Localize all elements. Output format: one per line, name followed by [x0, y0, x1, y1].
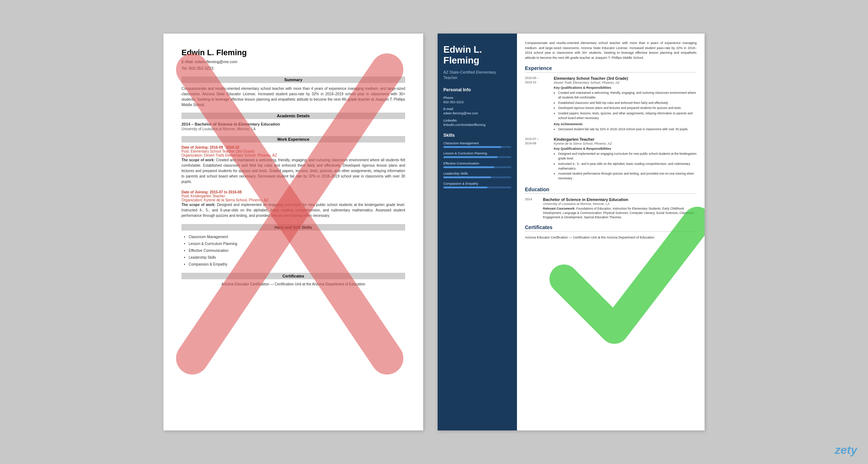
edu-year: 2014 [525, 197, 539, 220]
work-org-1: Organization: Desert Trails Elementary S… [181, 153, 405, 157]
skills-list: Classroom Management Lesson & Curriculum… [181, 233, 405, 268]
education-degree: Bachelor of Science in Elementary Educat… [195, 122, 280, 126]
exp-date-2: 2015-07 –2016-08 [525, 137, 550, 146]
cert-text-right: Arizona Educator Certification — Certifi… [525, 235, 697, 240]
work-post-1: Post: Elementary School Teacher (3rd Gra… [181, 149, 405, 153]
skill-bar-label-4: Leadership Skills [443, 172, 511, 175]
edu-content: Bachelor of Science in Elementary Educat… [543, 197, 697, 220]
work-date-2: Date of Joining: 2015-07 to 2016-08 [181, 190, 405, 194]
skill-bar-label-2: Lesson & Curriculum Planning [443, 152, 511, 155]
exp-title-1: Elementary School Teacher (3rd Grade) [554, 76, 697, 80]
certs-section-title: Certificates [525, 224, 697, 232]
work-entry-1: Date of Joining: 2016-09 2019-10 Post: E… [181, 145, 405, 184]
exp-entry-1: 2016-09 –2019-10 Elementary School Teach… [525, 76, 697, 132]
skill-item-1: Classroom Management [189, 233, 405, 240]
skill-bar-label-3: Effective Communication [443, 162, 511, 165]
skill-bar-4: Leadership Skills [443, 172, 511, 178]
academic-header: Academic Details [181, 113, 405, 119]
left-contact: E-Mail: edwin.fleming@me.com Tel: 602-35… [181, 59, 405, 71]
exp-content-2: Kindergarten Teacher Kyrene de la Sierra… [554, 137, 697, 181]
skill-bar-label-5: Compassion & Empathy [443, 182, 511, 185]
exp-org-1: Desert Trails Elementary School, Phoenix… [554, 81, 697, 84]
exp-bullet-1-1: Created and maintained a welcoming, frie… [558, 91, 697, 100]
work-org-2: Organization: Kyrene de la Sierra School… [181, 198, 405, 202]
right-resume: Edwin L. Fleming AZ State-Certified Elem… [438, 34, 705, 430]
exp-achievements-1: Decreased student fail rate by 32% in 20… [554, 127, 697, 132]
exp-bullet-1-3: Developed rigorous lesson plans and lect… [558, 106, 697, 110]
education-section-title: Education [525, 187, 697, 194]
exp-qualifications-label-2: Key Qualifications & Responsibilities [554, 147, 697, 150]
phone-label: Phone [443, 96, 511, 100]
personal-info-section: Personal Info [443, 87, 511, 92]
exp-bullet-2-3: Assessed student performance through qui… [558, 171, 697, 181]
left-resume: Edwin L. Fleming E-Mail: edwin.fleming@m… [163, 34, 423, 430]
education-entry: 2014 – Bachelor of Science in Elementary… [181, 122, 405, 131]
main-content: Compassionate and results-oriented eleme… [517, 34, 705, 430]
summary-right: Compassionate and results-oriented eleme… [525, 41, 697, 60]
tel-value: 602-352-3223 [189, 66, 214, 70]
left-name: Edwin L. Fleming [181, 48, 405, 57]
exp-bullet-1-2: Established classroom and field trip rul… [558, 101, 697, 105]
edu-entry-1: 2014 Bachelor of Science in Elementary E… [525, 197, 697, 220]
cert-text-left: Arizona Educator Certification — Certifi… [181, 282, 405, 286]
skill-item-3: Effective Communication [189, 247, 405, 254]
exp-achievement-1-1: Decreased student fail rate by 32% in 20… [558, 127, 697, 132]
exp-achievements-label-1: Key Achievements [554, 122, 697, 126]
skills-section-label: Skills [443, 133, 511, 138]
exp-bullet-2-1: Designed and implemented an engaging cur… [558, 152, 697, 161]
education-year: 2014 – [181, 122, 194, 126]
skill-item-5: Compassion & Empathy [189, 261, 405, 268]
experience-section-title: Experience [525, 65, 697, 73]
skill-bar-2: Lesson & Curriculum Planning [443, 152, 511, 158]
email-value: edwin.fleming@me.com [195, 60, 237, 64]
education-school: University of Louisiana at Monroe, Monro… [181, 127, 405, 131]
zety-logo: zety [835, 443, 857, 457]
skill-bar-label-1: Classroom Management [443, 141, 511, 145]
exp-bullets-1: Created and maintained a welcoming, frie… [554, 91, 697, 121]
exp-org-2: Kyrene de la Sierra School, Phoenix, AZ [554, 142, 697, 145]
work-scope-1: The scope of work: Created and maintaine… [181, 157, 405, 184]
sidebar-name: Edwin L. Fleming [443, 44, 511, 66]
summary-header: Summary [181, 76, 405, 83]
skill-bar-5: Compassion & Empathy [443, 182, 511, 188]
work-date-1: Date of Joining: 2016-09 2019-10 [181, 145, 405, 149]
work-scope-2: The scope of work: Designed and implemen… [181, 202, 405, 218]
skill-item-4: Leadership Skills [189, 254, 405, 261]
linkedin-value: linkedin.com/in/edwinlfleming [443, 123, 511, 127]
exp-entry-2: 2015-07 –2016-08 Kindergarten Teacher Ky… [525, 137, 697, 181]
exp-bullet-2-2: Instructed 4-, 5-, and 6-year-olds on th… [558, 162, 697, 171]
skills-header: Hard and Soft Skills [181, 224, 405, 231]
exp-qualifications-label-1: Key Qualifications & Responsibilities [554, 86, 697, 89]
email-label-sidebar: E-mail [443, 107, 511, 111]
exp-title-2: Kindergarten Teacher [554, 137, 697, 141]
tel-label: Tel: [181, 66, 188, 70]
phone-value: 602-352-3223 [443, 100, 511, 105]
skill-bar-3: Effective Communication [443, 162, 511, 168]
linkedin-label: LinkedIn [443, 119, 511, 122]
email-value-sidebar: edwin.fleming@me.com [443, 111, 511, 116]
sidebar-title: AZ State-Certified Elementary Teacher [443, 70, 511, 81]
sidebar: Edwin L. Fleming AZ State-Certified Elem… [438, 34, 517, 430]
skill-bar-1: Classroom Management [443, 141, 511, 148]
edu-coursework: Relevant Coursework: Foundations of Educ… [543, 207, 697, 220]
exp-date-1: 2016-09 –2019-10 [525, 76, 550, 85]
summary-text: Compassionate and results-oriented eleme… [181, 86, 405, 108]
work-entry-2: Date of Joining: 2015-07 to 2016-08 Post… [181, 190, 405, 218]
work-post-2: Post: Kindergarten Teacher [181, 194, 405, 198]
certs-header: Certificates [181, 273, 405, 279]
work-header: Work Experience [181, 136, 405, 143]
email-label: E-Mail: [181, 60, 194, 64]
exp-bullets-2: Designed and implemented an engaging cur… [554, 152, 697, 181]
edu-school: University of Louisiana at Monroe, Monro… [543, 202, 697, 206]
exp-content-1: Elementary School Teacher (3rd Grade) De… [554, 76, 697, 132]
skill-item-2: Lesson & Curriculum Planning [189, 240, 405, 247]
edu-degree: Bachelor of Science in Elementary Educat… [543, 197, 697, 202]
exp-bullet-1-4: Graded papers, lessons, tests, quizzes, … [558, 111, 697, 121]
